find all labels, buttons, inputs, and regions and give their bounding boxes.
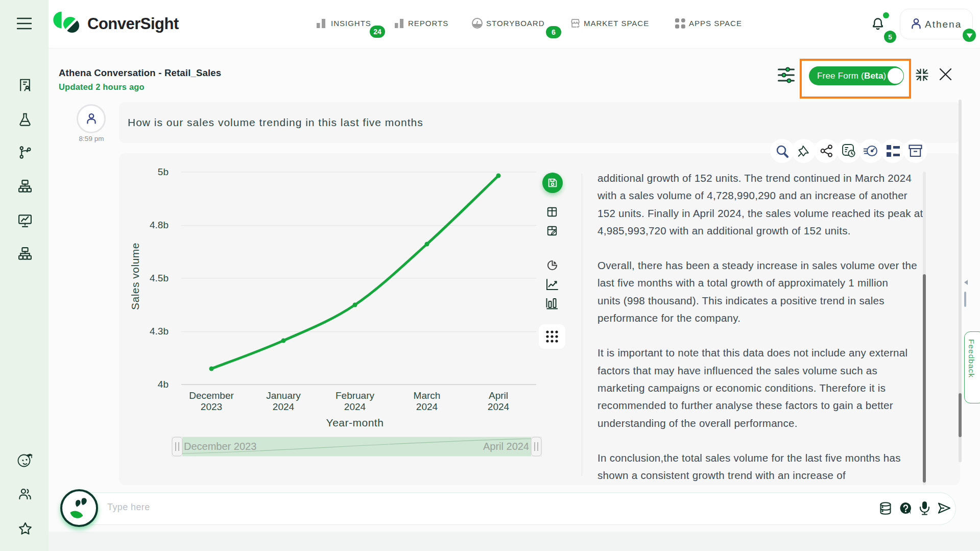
svg-text:Sales volume: Sales volume [129,243,141,310]
svg-text:2024: 2024 [273,401,295,412]
svg-text:March: March [414,390,441,401]
svg-text:2024: 2024 [416,401,438,412]
svg-text:February: February [336,390,375,401]
svg-text:2023: 2023 [201,401,222,412]
svg-text:4.5b: 4.5b [150,273,169,283]
svg-text:April: April [489,390,508,401]
svg-text:December 2023: December 2023 [184,441,256,452]
svg-text:2024: 2024 [488,401,510,412]
svg-text:4.8b: 4.8b [150,220,169,230]
svg-text:5b: 5b [158,166,169,177]
svg-text:2024: 2024 [344,401,366,412]
svg-text:4.3b: 4.3b [150,326,169,337]
svg-text:Year-month: Year-month [326,417,384,428]
svg-text:December: December [189,390,234,401]
svg-text:January: January [266,390,301,401]
svg-text:4b: 4b [158,379,169,390]
svg-text:April 2024: April 2024 [483,441,529,452]
